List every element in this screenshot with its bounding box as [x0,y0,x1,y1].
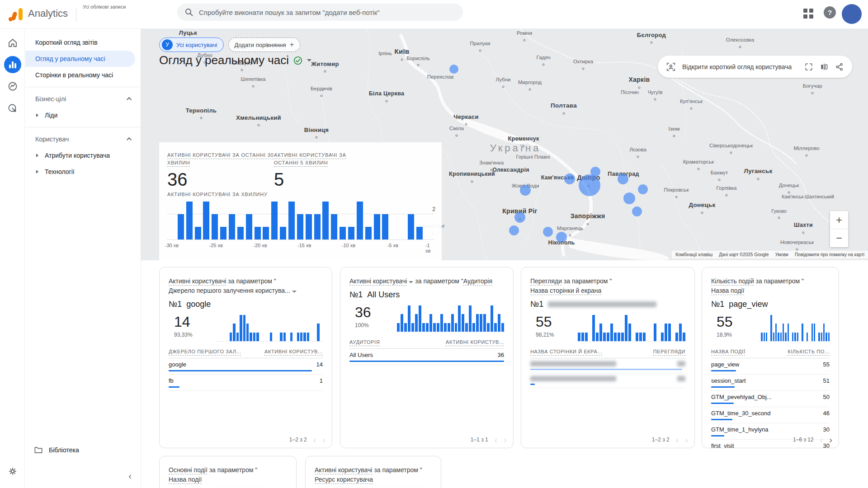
pagination-prev-icon[interactable]: ‹ [313,436,316,443]
country-label: Україна [490,142,541,154]
card-title[interactable]: Активні користувачі за параметром "Аудит… [349,277,504,286]
map-city-label: Житомир [311,61,339,67]
reports-icon[interactable] [4,56,21,73]
caret-down-icon[interactable] [409,281,413,283]
per-minute-bar [408,214,414,239]
advertising-icon[interactable] [4,100,21,117]
data-quality-check-icon[interactable] [293,56,302,65]
comparison-icon[interactable] [820,62,829,71]
table-row[interactable]: GTM_pevehlyad_Obj...50 [711,391,830,407]
pagination-next-icon[interactable]: › [685,436,688,443]
card-title[interactable]: Активні користувачі за параметром "Ресур… [315,465,432,484]
column-header[interactable]: ПЕРЕГЛЯДИ [653,349,685,354]
pagination-next-icon[interactable]: › [504,436,507,443]
sidebar-item-library[interactable]: Бібліотека [25,441,141,459]
pagination-prev-icon[interactable]: ‹ [495,436,498,443]
table-row[interactable]: page_view55 [711,358,830,375]
row-value-bar [711,370,736,371]
plus-icon: + [290,40,294,49]
map-activity-bubble [618,174,628,184]
column-header[interactable]: НАЗВА ПОДІЇ [711,349,745,354]
collapse-sidebar-icon[interactable]: ‹ [128,471,132,481]
active-users-30min-label[interactable]: АКТИВНІ КОРИСТУВАЧІ ЗА ОСТАННІ 30 ХВИЛИН [167,151,280,167]
accounts-label[interactable]: Усі облікові записи [83,4,126,9]
settings-gear-icon[interactable] [4,463,21,480]
pagination-next-icon[interactable]: › [322,436,326,443]
table-row[interactable]: All Users36 [349,349,504,365]
add-comparison-chip[interactable]: Додати порівняння + [228,38,300,52]
sidebar-item[interactable]: Ліди [25,107,141,123]
sidebar-nav: Короткий огляд звітівОгляд у реальному ч… [25,34,141,180]
account-avatar[interactable] [842,4,862,24]
pagination-next-icon[interactable]: › [829,436,832,443]
column-header[interactable]: АКТИВНІ КОРИСТУВ... [264,349,323,354]
sidebar-item-label: Технології [45,168,75,175]
map-city-marker [651,42,653,44]
map-activity-bubble [564,174,575,184]
card-title[interactable]: Кількість подій за параметром "Назва под… [711,277,830,296]
share-icon[interactable] [835,62,844,71]
chevron-up-icon[interactable] [127,97,132,102]
column-header[interactable]: КІЛЬКІСТЬ ПО... [788,349,830,354]
table-row[interactable] [530,373,685,388]
card-title[interactable]: Основні події за параметром "Назва події [169,465,287,484]
explore-icon[interactable] [4,78,21,95]
table-row[interactable] [530,358,685,373]
map-attribution-item[interactable]: Повідомити про помилку на карті [795,252,864,257]
map-city-label: Марганець [557,225,583,231]
map-city-label: Полтава [551,102,577,109]
sidebar-item[interactable]: Атрибути користувача [25,147,141,164]
segment-chip-all-users[interactable]: У Усі користувачі [159,38,224,52]
table-row[interactable]: GTM_time_30_second46 [711,407,830,423]
map-city-label: Шепетівка [241,76,266,82]
table-row[interactable]: google14 [169,358,323,375]
map-zoom-out-button[interactable]: − [830,229,848,247]
map-city-label: Луганськ [744,168,772,174]
card-sparkline [216,314,323,342]
column-header[interactable]: АУДИТОРІЯ [349,339,380,345]
apps-grid-icon[interactable] [803,9,814,19]
fullscreen-icon[interactable] [804,62,813,71]
sidebar-item[interactable]: Технології [25,164,141,180]
map-city-label: Луцьк [179,29,197,36]
map-city-marker [523,145,525,147]
search-input[interactable]: Спробуйте виконати пошук за запитом "дод… [177,4,463,21]
caret-down-icon[interactable] [292,291,297,293]
table-row[interactable]: fb1 [169,375,323,391]
map-attribution-item[interactable]: Умови [775,252,788,257]
map-attribution-item[interactable]: Комбінації клавіш [675,252,712,257]
map-zoom-in-button[interactable]: + [830,211,848,229]
chevron-right-icon[interactable] [36,154,38,157]
sidebar-item-label: Атрибути користувача [45,152,110,159]
redacted-row-value [677,376,685,381]
help-icon[interactable]: ? [824,6,836,19]
folder-icon [34,446,42,454]
card-rank-row: №1All Users [349,290,504,300]
chevron-right-icon[interactable] [36,170,38,174]
chevron-right-icon[interactable] [36,113,38,117]
home-icon[interactable] [4,34,21,52]
sidebar: Короткий огляд звітівОгляд у реальному ч… [25,29,141,488]
sidebar-item[interactable]: Сторінки в реальному часі [25,67,141,83]
column-header[interactable]: НАЗВА СТОРІНКИ Й ЕКРА... [530,349,602,354]
table-row-content [530,376,685,381]
sidebar-item[interactable]: Огляд у реальному часі [25,51,135,67]
active-users-5min-label[interactable]: АКТИВНІ КОРИСТУВАЧІ ЗА ОСТАННІ 5 ХВИЛИН [274,151,369,167]
user-snapshot-label[interactable]: Відкрити короткий огляд користувача [682,63,798,70]
user-snapshot-icon[interactable] [666,62,676,72]
title-caret-icon[interactable] [307,59,311,61]
chevron-up-icon[interactable] [127,137,132,142]
column-header[interactable]: АКТИВНІ КОРИСТУВ... [446,339,504,345]
card-title[interactable]: Активні користувачі за параметром "Джере… [169,277,323,296]
table-row[interactable]: session_start51 [711,375,830,391]
pagination-prev-icon[interactable]: ‹ [676,436,679,443]
table-row-content: GTM_time_1_hvylyna30 [711,426,830,433]
analytics-logo-icon[interactable] [8,8,24,21]
card-title[interactable]: Перегляди за параметром "Назва сторінки … [530,277,685,296]
sidebar-item[interactable]: Короткий огляд звітів [25,34,141,51]
map-city-marker [316,136,318,139]
column-header[interactable]: ДЖЕРЕЛО ПЕРШОГО ЗАЛ... [169,349,241,354]
per-minute-bar [195,227,201,239]
per-minute-bar [314,214,321,239]
pagination-prev-icon[interactable]: ‹ [820,436,823,443]
